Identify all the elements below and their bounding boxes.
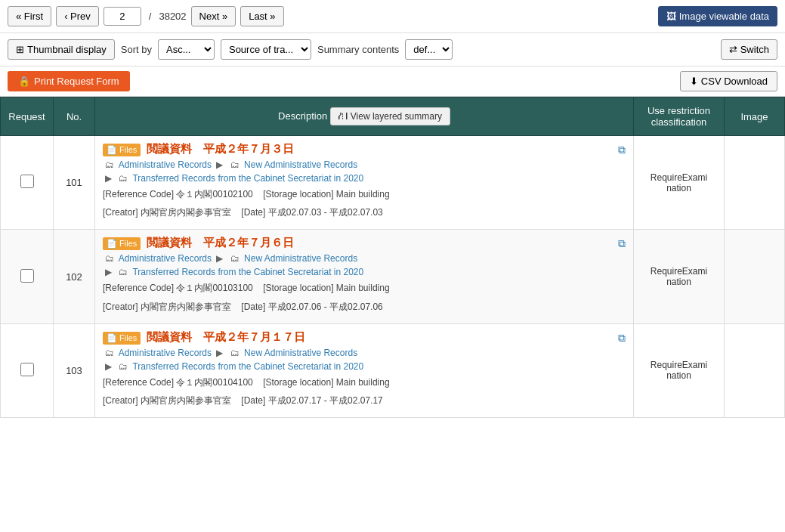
breadcrumb-link-1[interactable]: Administrative Records: [119, 348, 212, 358]
no-cell: 103: [54, 323, 95, 417]
restriction-text: RequireExamination: [651, 266, 707, 287]
breadcrumb-link-3[interactable]: Transferred Records from the Cabinet Sec…: [132, 267, 363, 277]
image-cell: [725, 136, 785, 230]
request-checkbox[interactable]: [20, 269, 34, 283]
files-badge: 📄 Files: [103, 144, 141, 156]
summary-select[interactable]: def... All: [405, 39, 453, 60]
table-row: 103 📄 Files 閲議資料 平成２年７月１７日 ⧉ 🗂 Administr…: [1, 323, 785, 417]
thumbnail-button[interactable]: ⊞ Thumbnail display: [8, 39, 115, 60]
reference-code: [Reference Code] 令１内閣00102100: [103, 189, 253, 200]
print-icon: 🔒: [18, 76, 30, 87]
storage-location: [Storage location] Main building: [263, 189, 389, 200]
meta-info-2: [Creator] 内閣官房内閣参事官室 [Date] 平成02.07.06 -…: [103, 300, 626, 314]
print-button[interactable]: 🔒 Print Request Form: [8, 71, 130, 91]
image-viewable-button[interactable]: 🖼 Image viewable data: [658, 6, 777, 26]
next-button[interactable]: Next »: [191, 6, 236, 26]
files-badge: 📄 Files: [103, 332, 141, 345]
layered-summary-button[interactable]: ⛙ View layered summary: [330, 107, 450, 125]
th-description: Description ⛙ View layered summary: [95, 97, 634, 136]
breadcrumb-arrow-2: ▶: [105, 267, 112, 277]
page-input[interactable]: [104, 7, 141, 26]
folder-icon-3: 🗂: [119, 361, 128, 372]
request-cell: [1, 323, 54, 417]
no-cell: 101: [54, 136, 95, 230]
breadcrumb-arrow-2: ▶: [105, 173, 112, 184]
toolbar-bar: ⊞ Thumbnail display Sort by Asc... Desc.…: [0, 33, 785, 66]
folder-icon-3: 🗂: [119, 173, 128, 184]
creator: [Creator] 内閣官房内閣参事官室: [103, 395, 231, 406]
switch-icon: ⇄: [729, 44, 737, 55]
external-link-icon[interactable]: ⧉: [618, 144, 626, 156]
image-cell: [725, 230, 785, 323]
breadcrumb-link-1[interactable]: Administrative Records: [119, 253, 212, 264]
breadcrumb-2: ▶ 🗂 Transferred Records from the Cabinet…: [103, 173, 626, 184]
date: [Date] 平成02.07.17 - 平成02.07.17: [241, 395, 382, 406]
external-link-icon[interactable]: ⧉: [618, 237, 626, 250]
request-checkbox[interactable]: [20, 175, 34, 188]
breadcrumb-2: ▶ 🗂 Transferred Records from the Cabinet…: [103, 267, 626, 277]
meta-info: [Reference Code] 令１内閣00103100 [Storage l…: [103, 281, 626, 295]
first-button[interactable]: « First: [8, 6, 51, 26]
date: [Date] 平成02.07.06 - 平成02.07.06: [241, 302, 382, 312]
meta-info: [Reference Code] 令１内閣00102100 [Storage l…: [103, 187, 626, 202]
description-cell: 📄 Files 閲議資料 平成２年７月６日 ⧉ 🗂 Administrative…: [95, 230, 634, 323]
external-link-icon[interactable]: ⧉: [618, 332, 626, 345]
restriction-cell: RequireExamination: [634, 323, 725, 417]
folder-icon-2: 🗂: [230, 159, 240, 170]
breadcrumb-link-3[interactable]: Transferred Records from the Cabinet Sec…: [132, 173, 363, 184]
reference-code: [Reference Code] 令１内閣00104100: [103, 377, 253, 388]
th-no: No.: [54, 97, 95, 136]
csv-download-button[interactable]: ⬇ CSV Download: [680, 71, 777, 91]
image-cell: [725, 323, 785, 417]
breadcrumb-link-2[interactable]: New Administrative Records: [244, 348, 357, 358]
breadcrumb-link-2[interactable]: New Administrative Records: [244, 159, 357, 170]
switch-button[interactable]: ⇄ Switch: [721, 39, 777, 60]
records-table-wrapper: Request No. Description ⛙ View layered s…: [0, 97, 785, 418]
th-restriction: Use restriction classification: [634, 97, 725, 136]
breadcrumb-link-3[interactable]: Transferred Records from the Cabinet Sec…: [132, 361, 363, 372]
table-row: 102 📄 Files 閲議資料 平成２年７月６日 ⧉ 🗂 Administra…: [1, 230, 785, 323]
last-button[interactable]: Last »: [240, 6, 283, 26]
grid-icon: ⊞: [16, 44, 24, 55]
breadcrumb: 🗂 Administrative Records ▶ 🗂 New Adminis…: [103, 159, 626, 170]
breadcrumb-link-1[interactable]: Administrative Records: [119, 159, 212, 170]
files-badge: 📄 Files: [103, 237, 141, 250]
records-table: Request No. Description ⛙ View layered s…: [0, 97, 785, 418]
sort-source-select[interactable]: Source of tra... All: [221, 39, 311, 60]
actions-bar: 🔒 Print Request Form ⬇ CSV Download: [0, 66, 785, 97]
reference-code: [Reference Code] 令１内閣00103100: [103, 283, 253, 293]
description-cell: 📄 Files 閲議資料 平成２年７月３日 ⧉ 🗂 Administrative…: [95, 136, 634, 230]
summary-label: Summary contents: [317, 44, 399, 55]
th-image: Image: [725, 97, 785, 136]
no-cell: 102: [54, 230, 95, 323]
folder-icon: 🗂: [105, 159, 114, 170]
request-checkbox[interactable]: [20, 363, 34, 376]
breadcrumb-2: ▶ 🗂 Transferred Records from the Cabinet…: [103, 361, 626, 372]
record-title: 閲議資料 平成２年７月１７日: [147, 330, 305, 343]
request-cell: [1, 136, 54, 230]
folder-icon: 🗂: [105, 253, 114, 264]
total-pages: 38202: [159, 11, 186, 22]
breadcrumb-arrow-2: ▶: [105, 361, 112, 372]
prev-button[interactable]: ‹ Prev: [56, 6, 99, 26]
th-request: Request: [1, 97, 54, 136]
meta-info-2: [Creator] 内閣官房内閣参事官室 [Date] 平成02.07.03 -…: [103, 206, 626, 220]
breadcrumb: 🗂 Administrative Records ▶ 🗂 New Adminis…: [103, 253, 626, 264]
breadcrumb-link-2[interactable]: New Administrative Records: [244, 253, 357, 264]
breadcrumb-arrow: ▶: [216, 348, 223, 358]
page-separator: /: [146, 11, 155, 22]
breadcrumb-arrow: ▶: [216, 159, 223, 170]
restriction-text: RequireExamination: [651, 172, 707, 193]
request-cell: [1, 230, 54, 323]
table-row: 101 📄 Files 閲議資料 平成２年７月３日 ⧉ 🗂 Administra…: [1, 136, 785, 230]
description-cell: 📄 Files 閲議資料 平成２年７月１７日 ⧉ 🗂 Administrativ…: [95, 323, 634, 417]
date: [Date] 平成02.07.03 - 平成02.07.03: [241, 207, 382, 218]
breadcrumb: 🗂 Administrative Records ▶ 🗂 New Adminis…: [103, 348, 626, 358]
creator: [Creator] 内閣官房内閣参事官室: [103, 302, 231, 312]
sort-label: Sort by: [121, 44, 152, 55]
restriction-text: RequireExamination: [651, 360, 707, 381]
record-title: 閲議資料 平成２年７月３日: [147, 142, 294, 155]
sort-order-select[interactable]: Asc... Desc...: [158, 39, 215, 60]
restriction-cell: RequireExamination: [634, 230, 725, 323]
meta-info: [Reference Code] 令１内閣00104100 [Storage l…: [103, 376, 626, 390]
